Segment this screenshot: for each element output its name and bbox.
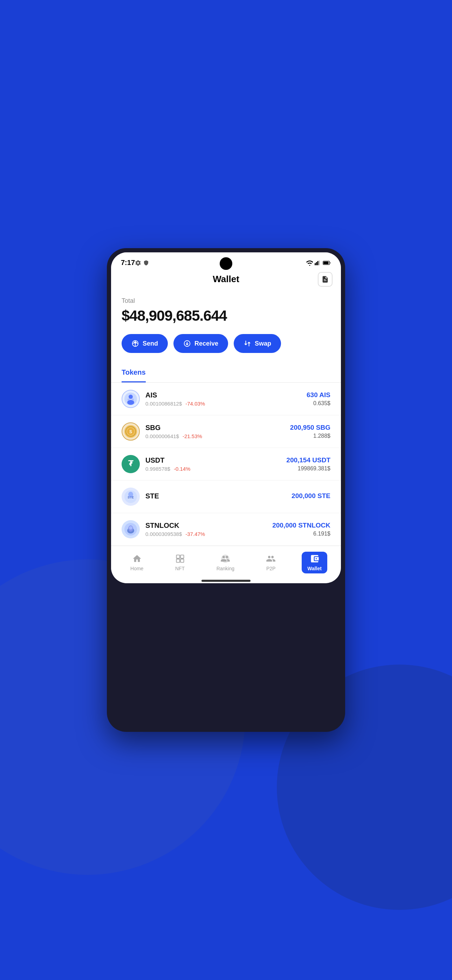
- nav-wallet-label: Wallet: [307, 566, 321, 571]
- home-bar: [202, 580, 250, 582]
- sbg-logo: S: [122, 422, 140, 441]
- bottom-nav: Home NFT Ranking: [111, 546, 341, 577]
- shield-icon: [143, 260, 149, 266]
- status-icons: [135, 260, 149, 266]
- token-list: AIS 0.0010086812$ -74.03% 630 AIS 0.635$: [111, 383, 341, 546]
- home-indicator: [111, 577, 341, 583]
- usdt-right: 200,154 USDT 199869.381$: [286, 457, 330, 472]
- usdt-change: -0.14%: [174, 466, 191, 472]
- right-status-icons: [306, 260, 331, 266]
- stnlock-price-row: 0.0000309538$ -37.47%: [145, 531, 272, 537]
- svg-text:S: S: [129, 430, 132, 434]
- nav-item-home[interactable]: Home: [125, 552, 149, 573]
- stnlock-value: 6.191$: [272, 531, 330, 537]
- usdt-price: 0.998578$: [145, 466, 170, 472]
- sbg-value: 1.288$: [290, 433, 330, 439]
- ais-info: AIS 0.0010086812$ -74.03%: [145, 391, 307, 407]
- svg-rect-2: [317, 261, 318, 265]
- svg-rect-29: [180, 559, 184, 562]
- svg-point-9: [129, 395, 133, 399]
- receive-button[interactable]: Receive: [173, 334, 228, 353]
- usdt-balance: 200,154 USDT: [286, 457, 330, 464]
- action-buttons: Send Receive Swap: [111, 334, 341, 363]
- sbg-name: SBG: [145, 424, 290, 432]
- send-icon: [131, 340, 139, 347]
- sbg-price-row: 0.000000641$ -21.53%: [145, 433, 290, 439]
- ais-name: AIS: [145, 391, 307, 399]
- svg-point-25: [129, 526, 132, 530]
- sbg-balance: 200,950 SBG: [290, 424, 330, 431]
- ste-info: STE: [145, 492, 291, 501]
- svg-rect-1: [316, 262, 317, 265]
- svg-rect-0: [315, 263, 316, 265]
- tokens-tab: Tokens: [111, 363, 341, 383]
- ais-balance: 630 AIS: [307, 391, 330, 399]
- token-item-sbg[interactable]: S SBG 0.000000641$ -21.53% 200,950 SBG 1…: [111, 415, 341, 448]
- ais-change: -74.03%: [185, 401, 205, 407]
- ste-balance: 200,000 STE: [291, 492, 330, 500]
- p2p-icon: [266, 554, 276, 563]
- token-item-stnlock[interactable]: STNLOCK 0.0000309538$ -37.47% 200,000 ST…: [111, 513, 341, 546]
- nav-item-nft[interactable]: NFT: [170, 552, 191, 573]
- app-header: Wallet: [111, 270, 341, 290]
- nav-item-ranking[interactable]: Ranking: [211, 552, 240, 573]
- stnlock-logo: [122, 520, 140, 538]
- stnlock-right: 200,000 STNLOCK 6.191$: [272, 522, 330, 537]
- balance-section: Total $48,909,685.644: [111, 290, 341, 334]
- svg-rect-27: [180, 555, 184, 558]
- battery-icon: [323, 261, 331, 265]
- phone-screen: 7:17: [111, 252, 341, 583]
- ste-logo: STE: [122, 488, 140, 506]
- svg-rect-28: [176, 559, 180, 562]
- page-title: Wallet: [213, 274, 239, 285]
- svg-point-12: [132, 399, 134, 401]
- sbg-info: SBG 0.000000641$ -21.53%: [145, 424, 290, 439]
- swap-button[interactable]: Swap: [234, 334, 281, 353]
- nav-item-p2p[interactable]: P2P: [260, 552, 282, 573]
- svg-text:₮: ₮: [128, 459, 134, 468]
- usdt-name: USDT: [145, 457, 286, 465]
- signal-icon: [315, 260, 321, 266]
- receive-label: Receive: [194, 340, 218, 347]
- usdt-info: USDT 0.998578$ -0.14%: [145, 457, 286, 472]
- svg-rect-5: [323, 261, 329, 264]
- nav-home-label: Home: [131, 566, 143, 571]
- ste-name: STE: [145, 492, 291, 500]
- nav-item-wallet[interactable]: Wallet: [302, 552, 327, 573]
- svg-rect-26: [176, 555, 180, 558]
- ranking-icon: [220, 554, 230, 563]
- tab-tokens-label[interactable]: Tokens: [122, 363, 146, 382]
- svg-point-10: [127, 400, 134, 405]
- balance-label: Total: [122, 297, 330, 305]
- token-item-ste[interactable]: STE STE 200,000 STE: [111, 480, 341, 513]
- document-icon: [321, 275, 329, 283]
- nav-ranking-label: Ranking: [216, 566, 234, 571]
- stnlock-change: -37.47%: [185, 531, 205, 537]
- gear-icon: [135, 260, 141, 266]
- svg-rect-3: [318, 261, 320, 265]
- usdt-logo: ₮: [122, 455, 140, 473]
- token-item-ais[interactable]: AIS 0.0010086812$ -74.03% 630 AIS 0.635$: [111, 383, 341, 415]
- home-icon: [132, 554, 142, 563]
- wallet-icon: [310, 554, 320, 563]
- ais-price: 0.0010086812$: [145, 401, 182, 407]
- send-button[interactable]: Send: [122, 334, 168, 353]
- stnlock-price: 0.0000309538$: [145, 531, 182, 537]
- swap-label: Swap: [255, 340, 271, 347]
- ste-right: 200,000 STE: [291, 492, 330, 501]
- svg-point-21: [128, 492, 133, 497]
- stnlock-balance: 200,000 STNLOCK: [272, 522, 330, 529]
- usdt-price-row: 0.998578$ -0.14%: [145, 466, 286, 472]
- sbg-right: 200,950 SBG 1.288$: [290, 424, 330, 439]
- token-item-usdt[interactable]: ₮ USDT 0.998578$ -0.14% 200,154 USDT 199…: [111, 448, 341, 480]
- ais-logo: [122, 390, 140, 408]
- nav-p2p-label: P2P: [266, 566, 275, 571]
- ais-value: 0.635$: [307, 400, 330, 407]
- svg-point-11: [127, 399, 130, 401]
- menu-button[interactable]: [318, 272, 333, 287]
- balance-amount: $48,909,685.644: [122, 307, 330, 324]
- sbg-price: 0.000000641$: [145, 433, 179, 439]
- camera-notch: [220, 257, 232, 270]
- phone-frame: 7:17: [107, 248, 345, 732]
- sbg-change: -21.53%: [183, 433, 202, 439]
